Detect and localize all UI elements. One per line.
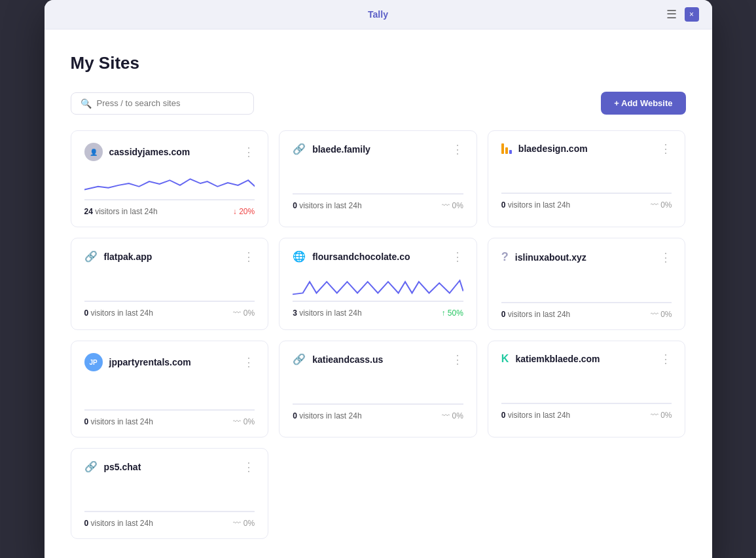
- main-content: My Sites 🔍 + Add Website 👤 cassidyjames.…: [45, 29, 712, 558]
- site-stats: 0 visitors in last 24h 〰 0%: [501, 200, 672, 210]
- jp-icon: JP: [84, 353, 103, 371]
- site-stats: 0 visitors in last 24h 〰 0%: [293, 201, 463, 210]
- add-website-button[interactable]: + Add Website: [601, 92, 685, 115]
- site-chart-empty: [84, 269, 255, 302]
- site-stats: 0 visitors in last 24h 〰 0%: [84, 417, 255, 426]
- stat-change: 〰 0%: [233, 308, 255, 318]
- site-card-header: 🔗 katieandcass.us ⋮: [293, 353, 463, 365]
- visitors-count: 0 visitors in last 24h: [501, 310, 570, 319]
- visitors-count: 3 visitors in last 24h: [293, 308, 361, 318]
- site-menu-button[interactable]: ⋮: [660, 251, 672, 263]
- site-card-left: 🔗 ps5.chat: [84, 460, 141, 473]
- site-name: floursandchocolate.co: [312, 251, 410, 262]
- site-menu-button[interactable]: ⋮: [660, 353, 672, 365]
- sites-grid: 👤 cassidyjames.com ⋮ 24 visitors in last…: [71, 130, 686, 539]
- menu-icon[interactable]: ☰: [666, 7, 677, 22]
- k-icon: K: [501, 353, 509, 365]
- site-stats: 3 visitors in last 24h ↑ 50%: [293, 308, 463, 318]
- site-chart: [84, 168, 255, 200]
- visitors-count: 0 visitors in last 24h: [293, 201, 361, 210]
- visitors-count: 0 visitors in last 24h: [84, 308, 153, 318]
- site-stats: 0 visitors in last 24h 〰 0%: [84, 519, 255, 528]
- site-card-left: 🔗 flatpak.app: [84, 250, 153, 263]
- visitors-count: 0 visitors in last 24h: [293, 411, 361, 420]
- site-stats: 0 visitors in last 24h 〰 0%: [84, 308, 255, 318]
- site-chart-empty: [501, 371, 672, 404]
- stat-change: 〰 0%: [442, 411, 463, 420]
- link-icon: 🔗: [293, 353, 306, 365]
- site-card: ? islinuxabout.xyz ⋮ 0 visitors in last …: [488, 238, 686, 330]
- site-card-header: K katiemkblaede.com ⋮: [501, 353, 672, 365]
- page-title: My Sites: [71, 53, 686, 73]
- site-chart-empty: [501, 270, 672, 303]
- toolbar: 🔍 + Add Website: [71, 92, 686, 115]
- site-card-left: 🔗 blaede.family: [293, 143, 370, 155]
- site-card-left: blaedesign.com: [501, 143, 588, 154]
- site-chart-empty: [84, 479, 255, 512]
- site-name: blaede.family: [312, 144, 370, 155]
- site-card-header: 🔗 ps5.chat ⋮: [84, 460, 255, 473]
- close-button[interactable]: ×: [685, 7, 699, 22]
- site-name: katiemkblaede.com: [515, 354, 600, 364]
- site-menu-button[interactable]: ⋮: [243, 356, 255, 368]
- bars-icon: [501, 143, 512, 154]
- titlebar: Tally ☰ ×: [45, 0, 712, 29]
- site-card-left: 🔗 katieandcass.us: [293, 353, 383, 365]
- site-name: jppartyrentals.com: [109, 357, 191, 367]
- site-card-header: JP jppartyrentals.com ⋮: [84, 353, 255, 371]
- site-card-header: 🌐 floursandchocolate.co ⋮: [293, 250, 463, 263]
- link-icon: 🔗: [84, 250, 98, 263]
- visitors-count: 0 visitors in last 24h: [501, 411, 570, 420]
- titlebar-controls: ☰ ×: [666, 7, 699, 22]
- visitors-count: 0 visitors in last 24h: [501, 200, 570, 210]
- site-name: katieandcass.us: [312, 354, 383, 365]
- site-card: JP jppartyrentals.com ⋮ 0 visitors in la…: [71, 341, 269, 437]
- site-chart-empty: [293, 162, 463, 195]
- site-card: K katiemkblaede.com ⋮ 0 visitors in last…: [488, 341, 686, 437]
- link-icon: 🔗: [84, 460, 98, 473]
- stat-change: 〰 0%: [233, 519, 255, 528]
- stat-change: ↓ 20%: [233, 207, 255, 216]
- site-chart-empty: [293, 372, 463, 405]
- site-card: 🔗 katieandcass.us ⋮ 0 visitors in last 2…: [279, 341, 477, 437]
- site-card: blaedesign.com ⋮ 0 visitors in last 24h …: [488, 130, 686, 227]
- site-menu-button[interactable]: ⋮: [660, 143, 672, 155]
- search-input[interactable]: [97, 98, 244, 108]
- site-chart-empty: [501, 161, 672, 194]
- site-card-left: JP jppartyrentals.com: [84, 353, 191, 371]
- stat-change: 〰 0%: [651, 310, 672, 319]
- window-title: Tally: [368, 9, 388, 20]
- search-icon: 🔍: [81, 98, 92, 109]
- site-stats: 0 visitors in last 24h 〰 0%: [293, 411, 463, 420]
- site-menu-button[interactable]: ⋮: [243, 461, 255, 473]
- app-window: Tally ☰ × My Sites 🔍 + Add Website 👤 cas…: [45, 0, 712, 558]
- visitors-count: 24 visitors in last 24h: [84, 207, 158, 216]
- site-menu-button[interactable]: ⋮: [243, 251, 255, 263]
- site-menu-button[interactable]: ⋮: [452, 143, 463, 155]
- site-name: cassidyjames.com: [109, 147, 190, 157]
- search-box[interactable]: 🔍: [71, 92, 254, 115]
- stat-change: ↑ 50%: [441, 308, 463, 318]
- site-card: 🔗 ps5.chat ⋮ 0 visitors in last 24h 〰 0%: [71, 448, 269, 539]
- site-menu-button[interactable]: ⋮: [243, 146, 255, 158]
- site-card-header: 👤 cassidyjames.com ⋮: [84, 143, 255, 161]
- site-card-header: blaedesign.com ⋮: [501, 143, 672, 155]
- site-card-left: 🌐 floursandchocolate.co: [293, 250, 410, 263]
- site-card-left: 👤 cassidyjames.com: [84, 143, 190, 161]
- site-card-left: K katiemkblaede.com: [501, 353, 600, 365]
- site-name: ps5.chat: [104, 462, 141, 472]
- site-card-header: 🔗 flatpak.app ⋮: [84, 250, 255, 263]
- site-name: blaedesign.com: [518, 143, 588, 154]
- site-card-left: ? islinuxabout.xyz: [501, 250, 586, 264]
- visitors-count: 0 visitors in last 24h: [84, 519, 153, 528]
- site-card: 🔗 flatpak.app ⋮ 0 visitors in last 24h 〰…: [71, 238, 269, 330]
- site-stats: 24 visitors in last 24h ↓ 20%: [84, 207, 255, 216]
- stat-change: 〰 0%: [651, 411, 672, 420]
- site-stats: 0 visitors in last 24h 〰 0%: [501, 310, 672, 319]
- site-card: 🌐 floursandchocolate.co ⋮ 3 visitors in …: [279, 238, 477, 330]
- site-menu-button[interactable]: ⋮: [452, 251, 463, 263]
- stat-change: 〰 0%: [233, 417, 255, 426]
- stat-change: 〰 0%: [651, 200, 672, 210]
- site-menu-button[interactable]: ⋮: [452, 354, 463, 365]
- site-name: flatpak.app: [104, 251, 153, 262]
